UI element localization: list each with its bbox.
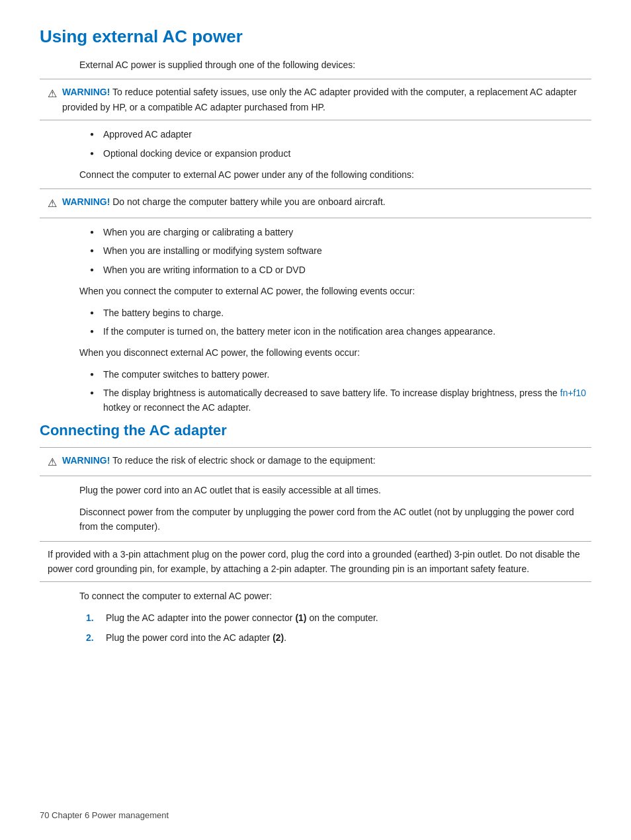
numbered-list: 1. Plug the AC adapter into the power co… (93, 610, 591, 646)
warning-icon-2: ⚠ (48, 195, 57, 212)
bullet-list-1: Approved AC adapter Optional docking dev… (93, 127, 591, 161)
step-number-2: 2. (86, 630, 94, 645)
warning-box-3: ⚠ WARNING! To reduce the risk of electri… (40, 447, 591, 477)
step2-bold: (2) (273, 632, 284, 643)
list-item: When you are writing information to a CD… (93, 263, 591, 277)
warning-1-label: WARNING! To reduce potential safety issu… (62, 85, 583, 114)
bullet-list-3: The battery begins to charge. If the com… (93, 306, 591, 339)
section1-title: Using external AC power (40, 26, 591, 47)
bullet-list-2: When you are charging or calibrating a b… (93, 225, 591, 277)
list-item: Optional docking device or expansion pro… (93, 146, 591, 161)
warning-icon-3: ⚠ (48, 454, 57, 471)
warning-icon-1: ⚠ (48, 85, 57, 103)
list-item: The display brightness is automatically … (93, 386, 591, 415)
warning-box-2: ⚠ WARNING! Do not charge the computer ba… (40, 189, 591, 218)
warning-2-content: WARNING! Do not charge the computer batt… (62, 194, 386, 209)
events-intro: When you connect the computer to externa… (79, 284, 591, 298)
warning-1-text: To reduce potential safety issues, use o… (62, 87, 577, 112)
section2-para2: Disconnect power from the computer by un… (79, 505, 591, 534)
list-item: The computer switches to battery power. (93, 367, 591, 382)
section2-title: Connecting the AC adapter (40, 422, 591, 439)
grounded-box: If provided with a 3-pin attachment plug… (40, 541, 591, 583)
step1-bold: (1) (295, 612, 306, 623)
list-item: The battery begins to charge. (93, 306, 591, 320)
fn-f10-link[interactable]: fn+f10 (560, 388, 586, 398)
warning-3-content: WARNING! To reduce the risk of electric … (62, 453, 376, 468)
warning-box-1: ⚠ WARNING! To reduce potential safety is… (40, 79, 591, 120)
list-item-2: 2. Plug the power cord into the AC adapt… (93, 630, 591, 645)
footer: 70 Chapter 6 Power management (40, 810, 169, 820)
steps-intro: To connect the computer to external AC p… (79, 589, 591, 603)
list-item: When you are installing or modifying sys… (93, 243, 591, 258)
list-item-1: 1. Plug the AC adapter into the power co… (93, 610, 591, 625)
disconnect-intro: When you disconnect external AC power, t… (79, 345, 591, 360)
list-item: If the computer is turned on, the batter… (93, 324, 591, 339)
step-number-1: 1. (86, 610, 94, 625)
connect-intro: Connect the computer to external AC powe… (79, 167, 591, 182)
bullet-list-4: The computer switches to battery power. … (93, 367, 591, 415)
warning-3-text: To reduce the risk of electric shock or … (112, 455, 376, 466)
section2-para1: Plug the power cord into an AC outlet th… (79, 483, 591, 497)
warning-2-text: Do not charge the computer battery while… (112, 196, 385, 207)
section1-intro: External AC power is supplied through on… (79, 58, 591, 72)
list-item: Approved AC adapter (93, 127, 591, 142)
list-item: When you are charging or calibrating a b… (93, 225, 591, 239)
